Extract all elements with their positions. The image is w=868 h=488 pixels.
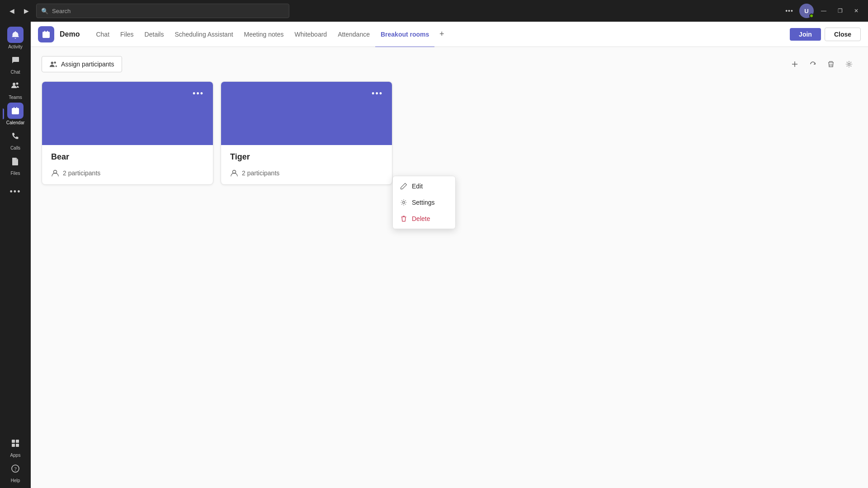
chat-icon: [11, 56, 20, 65]
tab-whiteboard[interactable]: Whiteboard: [289, 22, 333, 47]
bear-room-participants: 2 participants: [51, 169, 204, 177]
teams-label: Teams: [9, 95, 22, 100]
user-avatar[interactable]: U: [799, 4, 814, 18]
edit-icon: [400, 183, 407, 190]
back-button[interactable]: ◀: [5, 5, 18, 17]
search-placeholder: Search: [52, 8, 71, 14]
svg-rect-11: [42, 32, 50, 38]
svg-point-1: [16, 83, 19, 85]
sidebar: Activity Chat Teams: [0, 22, 31, 488]
calendar-icon-wrap: [7, 103, 24, 119]
context-edit-item[interactable]: Edit: [393, 178, 455, 194]
context-delete-item[interactable]: Delete: [393, 211, 455, 227]
sidebar-item-apps[interactable]: Apps: [3, 434, 28, 459]
forward-button[interactable]: ▶: [20, 5, 33, 17]
sidebar-item-calls[interactable]: Calls: [3, 127, 28, 152]
presence-status: [809, 14, 814, 18]
more-options-button[interactable]: •••: [783, 5, 796, 17]
meeting-icon-svg: [42, 30, 51, 39]
teams-icon: [11, 81, 20, 90]
search-icon: 🔍: [41, 8, 48, 14]
add-room-button[interactable]: [787, 56, 803, 72]
toolbar-actions: [787, 56, 857, 72]
room-card-bear-header: •••: [42, 82, 213, 145]
activity-label: Activity: [8, 44, 23, 49]
context-delete-label: Delete: [412, 215, 430, 222]
tiger-room-menu-button[interactable]: •••: [368, 87, 387, 100]
more-icon: •••: [10, 187, 21, 197]
svg-rect-7: [12, 444, 15, 447]
settings-button[interactable]: [841, 56, 857, 72]
tiger-room-participants: 2 participants: [230, 169, 383, 177]
breakout-content: Assign participants: [31, 47, 868, 488]
sidebar-more-button[interactable]: •••: [3, 179, 28, 204]
meeting-title: Demo: [60, 30, 80, 38]
nav-buttons: ◀ ▶: [5, 5, 33, 17]
participants-icon: [51, 169, 59, 177]
apps-label: Apps: [10, 453, 21, 458]
calls-icon-wrap: [7, 128, 24, 144]
files-icon-wrap: [7, 153, 24, 169]
svg-rect-6: [16, 440, 19, 443]
calendar-icon: [11, 106, 20, 115]
rooms-grid: ••• Bear 2 participants: [42, 81, 857, 185]
meeting-header: Demo Chat Files Details Scheduling Assis…: [31, 22, 868, 47]
tab-scheduling[interactable]: Scheduling Assistant: [169, 22, 238, 47]
breakout-toolbar: Assign participants: [42, 56, 857, 72]
sidebar-item-calendar[interactable]: Calendar: [3, 101, 28, 127]
content-area: Demo Chat Files Details Scheduling Assis…: [31, 22, 868, 488]
svg-point-14: [51, 62, 53, 64]
sidebar-item-help[interactable]: ? Help: [3, 459, 28, 484]
chat-label: Chat: [10, 70, 20, 75]
bear-room-menu-button[interactable]: •••: [189, 87, 208, 100]
titlebar: ◀ ▶ 🔍 Search ••• U — ❐ ✕: [0, 0, 868, 22]
room-card-bear-body: Bear 2 participants: [42, 145, 213, 184]
svg-rect-2: [12, 108, 19, 114]
join-button[interactable]: Join: [790, 28, 821, 41]
close-meeting-button[interactable]: Close: [825, 28, 861, 41]
tab-details[interactable]: Details: [139, 22, 170, 47]
help-icon: ?: [11, 464, 20, 473]
svg-text:?: ?: [14, 466, 17, 472]
calendar-label: Calendar: [6, 120, 25, 125]
maximize-button[interactable]: ❐: [834, 5, 846, 17]
svg-rect-13: [47, 31, 48, 33]
sidebar-item-chat[interactable]: Chat: [3, 51, 28, 76]
refresh-button[interactable]: [805, 56, 821, 72]
search-bar[interactable]: 🔍 Search: [36, 4, 289, 18]
svg-rect-12: [44, 31, 45, 33]
svg-rect-5: [12, 440, 15, 443]
tab-files[interactable]: Files: [115, 22, 139, 47]
sidebar-item-files[interactable]: Files: [3, 152, 28, 177]
sidebar-item-activity[interactable]: Activity: [3, 25, 28, 51]
meeting-actions: Join Close: [790, 28, 861, 41]
help-icon-wrap: ?: [7, 460, 24, 477]
delete-rooms-button[interactable]: [823, 56, 839, 72]
meeting-icon: [38, 26, 54, 42]
tab-attendance[interactable]: Attendance: [332, 22, 375, 47]
tab-chat[interactable]: Chat: [90, 22, 115, 47]
svg-point-16: [848, 63, 850, 66]
tiger-participants-icon: [230, 169, 238, 177]
tab-notes[interactable]: Meeting notes: [239, 22, 289, 47]
assign-participants-button[interactable]: Assign participants: [42, 56, 122, 72]
assign-btn-label: Assign participants: [61, 61, 114, 68]
tiger-room-name: Tiger: [230, 152, 383, 162]
bear-participants-count: 2 participants: [63, 169, 100, 177]
minimize-button[interactable]: —: [817, 5, 830, 17]
room-card-bear: ••• Bear 2 participants: [42, 81, 213, 185]
svg-rect-4: [16, 107, 17, 109]
context-settings-icon: [400, 199, 407, 206]
context-edit-label: Edit: [412, 183, 423, 190]
room-card-tiger: ••• Tiger 2 participants: [221, 81, 392, 185]
svg-point-19: [403, 202, 405, 204]
room-card-tiger-header: •••: [221, 82, 392, 145]
tiger-participants-count: 2 participants: [242, 169, 279, 177]
tab-breakout[interactable]: Breakout rooms: [375, 22, 434, 47]
sidebar-item-teams[interactable]: Teams: [3, 76, 28, 101]
titlebar-left: ◀ ▶ 🔍 Search: [5, 4, 289, 18]
close-button[interactable]: ✕: [850, 5, 863, 17]
assign-icon: [49, 60, 57, 68]
context-settings-item[interactable]: Settings: [393, 194, 455, 211]
tab-add-button[interactable]: +: [434, 27, 449, 42]
